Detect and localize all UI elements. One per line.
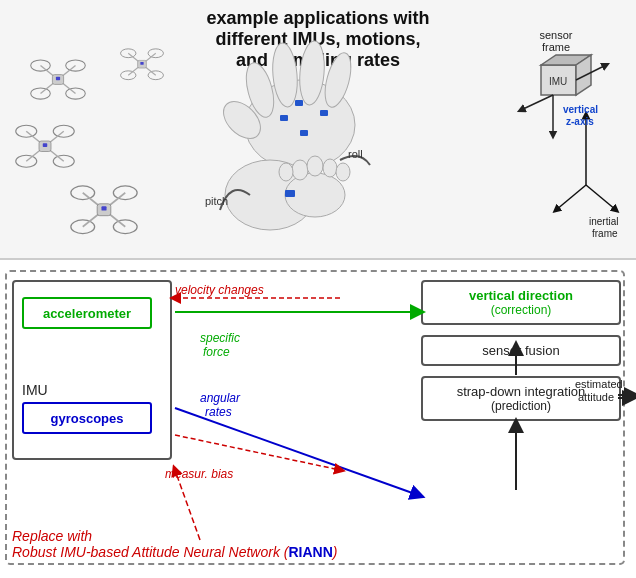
svg-line-72 xyxy=(586,185,616,210)
replace-with-label: Replace with xyxy=(12,528,338,544)
svg-point-53 xyxy=(307,156,323,176)
riann-text-end: ) xyxy=(333,544,338,560)
svg-text:rates: rates xyxy=(205,405,232,419)
replace-section: Replace with Robust IMU-based Attitude N… xyxy=(12,528,338,560)
svg-point-56 xyxy=(279,163,293,181)
svg-rect-46 xyxy=(295,100,303,106)
accelerometer-box: accelerometer xyxy=(22,297,152,329)
gyroscopes-label: gyroscopes xyxy=(51,411,124,426)
svg-rect-19 xyxy=(140,62,143,65)
imu-label: IMU xyxy=(22,382,48,398)
title-line1: example applications with xyxy=(206,8,429,28)
svg-text:IMU: IMU xyxy=(549,76,567,87)
svg-point-55 xyxy=(336,163,350,181)
svg-line-68 xyxy=(521,95,553,110)
riann-acronym: RIANN xyxy=(288,544,332,560)
hand-foot-area: pitch roll xyxy=(180,35,440,250)
svg-text:sensor: sensor xyxy=(539,29,572,41)
svg-text:force: force xyxy=(203,345,230,359)
strap-down-box: strap-down integration (prediction) xyxy=(421,376,621,421)
svg-rect-29 xyxy=(43,143,48,147)
svg-line-84 xyxy=(175,435,340,470)
svg-text:pitch: pitch xyxy=(205,195,228,207)
svg-rect-39 xyxy=(101,206,106,210)
svg-text:inertial: inertial xyxy=(589,216,618,227)
imu-box: accelerometer IMU gyroscopes xyxy=(12,280,172,460)
svg-text:roll: roll xyxy=(348,148,363,160)
hand-foot-svg: pitch roll xyxy=(180,35,440,250)
strap-down-sub: (prediction) xyxy=(433,399,609,413)
svg-text:specific: specific xyxy=(200,331,240,345)
sensor-fusion-box: sensor fusion xyxy=(421,335,621,366)
svg-point-52 xyxy=(292,160,308,180)
bottom-section: accelerometer IMU gyroscopes vertical di… xyxy=(0,260,636,578)
vertical-direction-label: vertical direction xyxy=(433,288,609,303)
svg-line-73 xyxy=(556,185,586,210)
svg-text:velocity changes: velocity changes xyxy=(175,283,264,297)
svg-text:frame: frame xyxy=(542,41,570,53)
riann-label: Robust IMU-based Attitude Neural Network… xyxy=(12,544,338,560)
svg-text:measur. bias: measur. bias xyxy=(165,467,233,481)
right-boxes: vertical direction (correction) sensor f… xyxy=(421,280,621,421)
sensor-fusion-label: sensor fusion xyxy=(433,343,609,358)
svg-rect-47 xyxy=(320,110,328,116)
svg-text:angular: angular xyxy=(200,391,241,405)
svg-rect-9 xyxy=(56,77,60,81)
vertical-direction-sub: (correction) xyxy=(433,303,609,317)
svg-point-54 xyxy=(323,159,337,177)
svg-text:vertical: vertical xyxy=(563,104,598,115)
svg-rect-57 xyxy=(285,190,295,197)
vertical-direction-box: vertical direction (correction) xyxy=(421,280,621,325)
svg-rect-49 xyxy=(300,130,308,136)
svg-text:z-axis: z-axis xyxy=(566,116,594,127)
top-section: example applications with different IMUs… xyxy=(0,0,636,260)
strap-down-label: strap-down integration xyxy=(433,384,609,399)
accelerometer-label: accelerometer xyxy=(43,306,131,321)
svg-rect-48 xyxy=(280,115,288,121)
riann-text-start: Robust IMU-based Attitude Neural Network… xyxy=(12,544,288,560)
sensor-frame-svg: sensor frame IMU vertical z-axis inertia… xyxy=(501,25,631,255)
gyroscopes-box: gyroscopes xyxy=(22,402,152,434)
svg-text:frame: frame xyxy=(592,228,618,239)
svg-line-81 xyxy=(175,408,418,495)
